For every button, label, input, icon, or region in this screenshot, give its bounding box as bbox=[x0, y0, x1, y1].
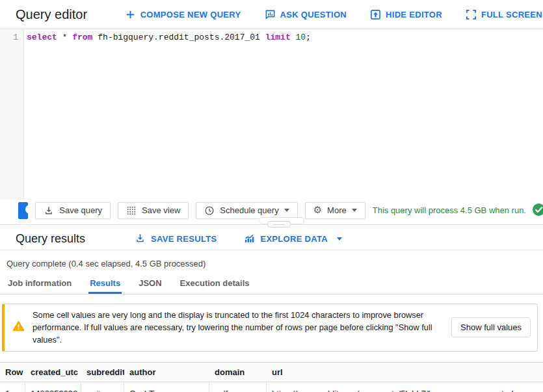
save-results-icon bbox=[135, 233, 146, 246]
splitter-drag-handle[interactable] bbox=[267, 221, 291, 228]
sql-code-line[interactable]: select * from fh-bigquery.reddit_posts.2… bbox=[24, 29, 311, 200]
results-title: Query results bbox=[16, 232, 85, 246]
compose-new-query-button[interactable]: COMPOSE NEW QUERY bbox=[125, 9, 241, 20]
hide-editor-label: HIDE EDITOR bbox=[386, 10, 442, 20]
sql-text: * bbox=[57, 33, 72, 42]
schedule-query-label: Schedule query bbox=[220, 205, 278, 215]
chevron-down-icon bbox=[284, 209, 289, 212]
save-query-label: Save query bbox=[59, 205, 102, 215]
sql-keyword: select bbox=[27, 33, 57, 42]
tab-job-information[interactable]: Job information bbox=[7, 274, 73, 294]
query-results-header: Query results SAVE RESULTS EXPLORE DATA bbox=[0, 228, 543, 250]
tab-json[interactable]: JSON bbox=[137, 274, 163, 294]
chevron-down-icon bbox=[352, 209, 357, 212]
truncation-warning-banner: Some cell values are very long and the d… bbox=[2, 304, 538, 352]
page-title: Query editor bbox=[16, 7, 87, 22]
hide-editor-button[interactable]: HIDE EDITOR bbox=[370, 9, 442, 20]
more-button[interactable]: ⚙ More bbox=[305, 202, 365, 219]
line-number-gutter: 1 bbox=[0, 29, 24, 200]
column-header-row: Row bbox=[0, 363, 25, 382]
plus-icon bbox=[125, 9, 136, 20]
tab-results[interactable]: Results bbox=[88, 274, 122, 294]
full-screen-icon bbox=[466, 9, 477, 20]
save-view-button[interactable]: Save view bbox=[118, 202, 189, 219]
column-header-subreddit: subreddit bbox=[81, 363, 124, 382]
full-screen-label: FULL SCREEN bbox=[481, 10, 542, 20]
compose-new-query-label: COMPOSE NEW QUERY bbox=[140, 10, 241, 20]
explore-data-button[interactable]: EXPLORE DATA bbox=[244, 233, 342, 246]
column-header-url: url bbox=[267, 363, 543, 382]
cell-domain: self.promos bbox=[209, 382, 267, 392]
chevron-down-icon bbox=[337, 237, 342, 241]
warning-icon bbox=[12, 320, 25, 335]
save-download-icon bbox=[44, 205, 54, 216]
cell-author: CashTram bbox=[124, 382, 209, 392]
sql-keyword: limit bbox=[265, 33, 291, 42]
ask-question-button[interactable]: ASK QUESTION bbox=[265, 9, 347, 20]
dotted-grid-icon bbox=[126, 205, 137, 216]
validation-text: This query will process 4.5 GB when run. bbox=[373, 205, 526, 215]
panel-splitter bbox=[0, 221, 543, 228]
results-tabs: Job information Results JSON Execution d… bbox=[0, 274, 543, 294]
bar-chart-icon bbox=[244, 233, 255, 246]
column-header-created-utc: created_utc bbox=[25, 363, 81, 382]
run-button[interactable]: Run bbox=[18, 202, 28, 219]
sql-text: ; bbox=[306, 33, 311, 42]
cell-url: https://www.reddit.com/comments/5lebb7/h… bbox=[267, 382, 543, 392]
schedule-query-button[interactable]: Schedule query bbox=[196, 202, 297, 219]
header-actions: COMPOSE NEW QUERY ASK QUESTION HIDE ED bbox=[125, 9, 543, 20]
table-row: 1 1483259098 null CashTram self.promos h… bbox=[0, 382, 543, 392]
cell-subreddit: null bbox=[81, 382, 124, 392]
query-editor-header: Query editor COMPOSE NEW QUERY ASK QUEST… bbox=[0, 0, 543, 29]
warning-text: Some cell values are very long and the d… bbox=[33, 309, 444, 346]
sql-editor[interactable]: 1 select * from fh-bigquery.reddit_posts… bbox=[0, 29, 543, 200]
query-status-text: Query complete (0.4 sec elapsed, 4.5 GB … bbox=[0, 250, 543, 268]
chat-chart-icon bbox=[265, 9, 276, 20]
cell-row-number: 1 bbox=[0, 382, 25, 392]
explore-data-label: EXPLORE DATA bbox=[260, 234, 328, 244]
line-number: 1 bbox=[13, 33, 18, 42]
sql-identifier: fh-bigquery.reddit_posts.2017_01 bbox=[92, 33, 265, 42]
save-view-label: Save view bbox=[142, 205, 180, 215]
table-header-row: Row created_utc subreddit author domain … bbox=[0, 363, 543, 382]
sql-text bbox=[291, 33, 296, 42]
results-actions: SAVE RESULTS EXPLORE DATA bbox=[135, 233, 342, 246]
play-circle-icon bbox=[25, 204, 28, 216]
column-header-domain: domain bbox=[209, 363, 267, 382]
more-label: More bbox=[327, 205, 347, 215]
column-header-author: author bbox=[124, 363, 209, 382]
ask-question-label: ASK QUESTION bbox=[280, 10, 347, 20]
cell-created-utc: 1483259098 bbox=[25, 382, 81, 392]
save-query-button[interactable]: Save query bbox=[35, 202, 111, 219]
run-button-group: Run bbox=[18, 202, 28, 219]
hide-editor-icon bbox=[370, 9, 381, 20]
show-full-values-button[interactable]: Show full values bbox=[451, 317, 531, 337]
sql-keyword: from bbox=[72, 33, 92, 42]
sql-number: 10 bbox=[296, 33, 306, 42]
gear-icon: ⚙ bbox=[313, 205, 322, 215]
full-screen-button[interactable]: FULL SCREEN bbox=[466, 9, 542, 20]
results-table: Row created_utc subreddit author domain … bbox=[0, 362, 543, 392]
tab-execution-details[interactable]: Execution details bbox=[179, 274, 251, 294]
save-results-button[interactable]: SAVE RESULTS bbox=[135, 233, 217, 246]
clock-icon bbox=[204, 205, 215, 216]
query-validation-message: This query will process 4.5 GB when run. bbox=[373, 203, 543, 218]
save-results-label: SAVE RESULTS bbox=[151, 234, 217, 244]
check-circle-icon bbox=[532, 203, 543, 218]
